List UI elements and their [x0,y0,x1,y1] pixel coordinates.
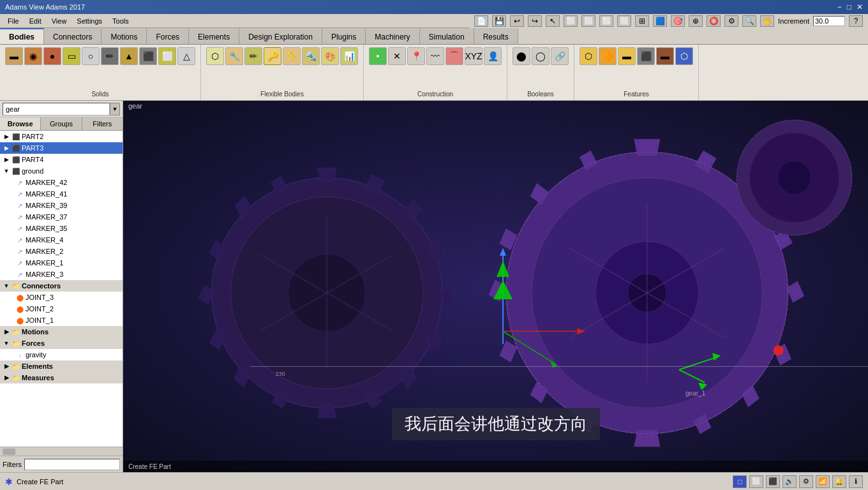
close-button[interactable]: ✕ [857,3,863,11]
expand-elements[interactable]: ▶ [3,362,10,370]
flex-icon-5[interactable]: 📏 [283,47,301,65]
tree-item-gravity[interactable]: ↓ gravity [0,349,123,360]
const-cross-icon[interactable]: ✕ [388,47,406,65]
feat-icon-3[interactable]: ▬ [618,47,636,65]
menu-view[interactable]: View [47,16,72,26]
dropdown-arrow[interactable]: ▼ [110,103,120,115]
left-tab-filters[interactable]: Filters [82,117,123,130]
status-btn-info[interactable]: ℹ [849,475,863,488]
viewport[interactable]: gear [123,101,868,472]
icon-7[interactable]: ⬜ [599,15,613,27]
bool-icon-1[interactable]: ⬤ [513,47,530,65]
tree-item-part4[interactable]: ▶ ⬛ PART4 [0,154,123,165]
tab-design-exploration[interactable]: Design Exploration [239,28,322,44]
solid-extrude-icon[interactable]: ✏ [101,47,119,65]
flex-icon-7[interactable]: 🎨 [321,47,339,65]
tree-item-part2[interactable]: ▶ ⬛ PART2 [0,131,123,142]
solid-sphere-icon[interactable]: ● [43,47,61,65]
tree-item-joint1[interactable]: ⬤ JOINT_1 [0,315,123,326]
icon-15[interactable]: 🔍 [742,15,756,27]
expand-connectors[interactable]: ▼ [3,282,10,290]
status-btn-1[interactable]: □ [733,475,747,488]
icon-10[interactable]: 🟦 [653,15,667,27]
feat-icon-2[interactable]: 🔶 [599,47,617,65]
tree-item-marker2[interactable]: ↗ MARKER_2 [0,246,123,257]
left-tab-groups[interactable]: Groups [41,117,82,130]
tree-item-marker3[interactable]: ↗ MARKER_3 [0,269,123,280]
redo-icon[interactable]: ↪ [528,15,542,27]
solid-frustum-icon[interactable]: ▲ [120,47,138,65]
flex-icon-active[interactable]: 🔑 [264,47,281,65]
section-motions[interactable]: ▶ 📁 Motions [0,326,123,338]
bool-icon-2[interactable]: ◯ [532,47,550,65]
toolbar-icon-1[interactable]: 📄 [474,15,488,27]
increment-input[interactable] [813,16,845,26]
tab-forces[interactable]: Forces [147,28,189,44]
tab-elements[interactable]: Elements [189,28,239,44]
const-point-icon[interactable]: • [369,47,387,65]
solid-plate-icon[interactable]: ⬛ [139,47,157,65]
tree-item-joint2[interactable]: ⬤ JOINT_2 [0,303,123,315]
icon-8[interactable]: ⬜ [617,15,631,27]
search-field[interactable] [24,459,120,470]
toolbar-icon-2[interactable]: 💾 [492,15,506,27]
tree-item-marker1[interactable]: ↗ MARKER_1 [0,257,123,269]
tree-item-marker35[interactable]: ↗ MARKER_35 [0,223,123,234]
tab-plugins[interactable]: Plugins [322,28,366,44]
tab-motions[interactable]: Motions [101,28,147,44]
tab-results[interactable]: Results [474,28,518,44]
flex-icon-1[interactable]: ⬡ [206,47,224,65]
expand-motions[interactable]: ▶ [3,328,10,336]
const-person-icon[interactable]: 👤 [484,47,502,65]
tab-simulation[interactable]: Simulation [420,28,474,44]
select-icon[interactable]: ↖ [546,15,560,27]
section-measures[interactable]: ▶ 📁 Measures [0,372,123,383]
solid-box-icon[interactable]: ▬ [5,47,23,65]
icon-11[interactable]: 🎯 [671,15,685,27]
flex-icon-3[interactable]: ✏ [244,47,262,65]
tab-bodies[interactable]: Bodies [0,28,44,44]
icon-16[interactable]: 🖐 [760,15,774,27]
icon-13[interactable]: ⭕ [707,15,721,27]
tree-item-part3[interactable]: ▶ ⬛ PART3 [0,142,123,154]
status-btn-7[interactable]: 🔔 [832,475,846,488]
icon-5[interactable]: ⬜ [564,15,578,27]
maximize-button[interactable]: □ [847,3,851,11]
tree-item-ground[interactable]: ▼ ⬛ ground [0,165,123,177]
tab-machinery[interactable]: Machinery [366,28,419,44]
status-btn-5[interactable]: ⚙ [799,475,813,488]
const-marker-icon[interactable]: 📍 [407,47,425,65]
solid-shape-icon[interactable]: △ [177,47,195,65]
status-btn-6[interactable]: 📶 [816,475,830,488]
tab-connectors[interactable]: Connectors [44,28,101,44]
feat-icon-4[interactable]: ⬛ [637,47,655,65]
tree-item-marker37[interactable]: ↗ MARKER_37 [0,211,123,223]
expand-forces[interactable]: ▼ [3,339,10,347]
tree-area[interactable]: ▶ ⬛ PART2 ▶ ⬛ PART3 ▶ ⬛ PART4 ▼ ⬛ ground [0,131,123,447]
expand-part3[interactable]: ▶ [3,144,10,152]
status-btn-4[interactable]: 🔊 [782,475,797,488]
expand-part2[interactable]: ▶ [3,133,10,140]
expand-part4[interactable]: ▶ [3,156,10,163]
tree-item-joint3[interactable]: ⬤ JOINT_3 [0,292,123,303]
icon-6[interactable]: ⬜ [581,15,595,27]
tree-item-marker39[interactable]: ↗ MARKER_39 [0,200,123,211]
icon-9[interactable]: ⊞ [635,15,649,27]
minimize-button[interactable]: − [837,3,842,11]
section-forces[interactable]: ▼ 📁 Forces [0,338,123,349]
left-tab-browse[interactable]: Browse [0,117,41,130]
solid-link-icon[interactable]: ⬜ [158,47,176,65]
flex-icon-6[interactable]: 🔩 [302,47,320,65]
undo-icon[interactable]: ↩ [510,15,524,27]
const-arc-icon[interactable]: ⌒ [445,47,463,65]
expand-ground[interactable]: ▼ [3,167,10,175]
icon-12[interactable]: ⊕ [689,15,703,27]
const-spline-icon[interactable]: 〰 [426,47,444,65]
expand-measures[interactable]: ▶ [3,374,10,382]
section-elements[interactable]: ▶ 📁 Elements [0,360,123,372]
flex-icon-8[interactable]: 📊 [340,47,358,65]
model-search-input[interactable] [3,103,110,115]
menu-edit[interactable]: Edit [24,16,47,26]
solid-torus-icon[interactable]: ○ [82,47,100,65]
solid-cylinder-icon[interactable]: ▭ [63,47,80,65]
